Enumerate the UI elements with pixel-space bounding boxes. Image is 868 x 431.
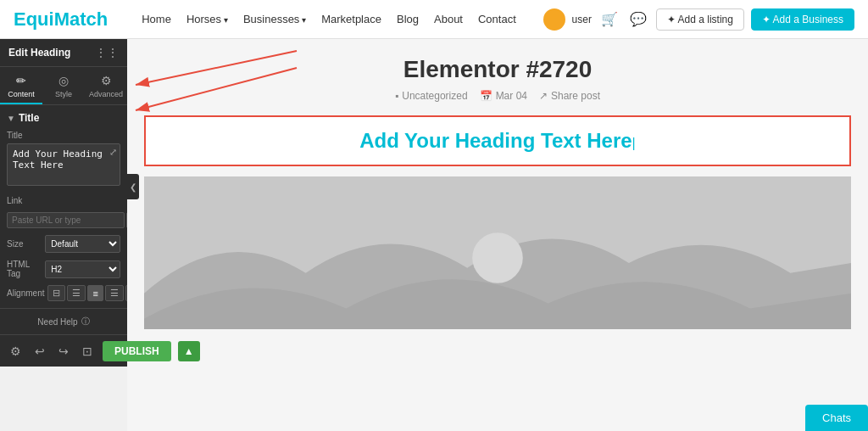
chat-icon[interactable]: 💬 bbox=[627, 8, 649, 31]
nav-home[interactable]: Home bbox=[142, 13, 171, 25]
date-label: Mar 04 bbox=[496, 90, 527, 102]
category-icon: ▪ bbox=[395, 90, 398, 102]
align-responsive-icon[interactable]: ⊟ bbox=[47, 285, 65, 301]
size-field-row: Size Default Small Medium Large XL XXL bbox=[7, 235, 120, 253]
content-tab-icon: ✏ bbox=[16, 74, 26, 87]
placeholder-svg bbox=[144, 176, 851, 329]
panel-body: ▼ Title Title Add Your Heading Text Here… bbox=[0, 105, 127, 308]
meta-date: 📅 Mar 04 bbox=[480, 90, 527, 102]
nav-marketplace[interactable]: Marketplace bbox=[321, 13, 381, 25]
style-tab-icon: ◎ bbox=[58, 74, 69, 87]
alignment-row: Alignment ⊟ ☰ ≡ ☰ ☰ bbox=[7, 285, 120, 301]
style-tab-label: Style bbox=[55, 90, 72, 98]
publish-button[interactable]: PUBLISH bbox=[103, 341, 171, 361]
align-right-icon[interactable]: ☰ bbox=[105, 285, 124, 301]
link-input[interactable] bbox=[7, 212, 125, 228]
meta-share[interactable]: ↗ Share post bbox=[539, 90, 600, 102]
left-panel-outer: Edit Heading ⋮⋮ ✏ Content ◎ Style ⚙ Adva… bbox=[0, 39, 127, 431]
title-section-header[interactable]: ▼ Title bbox=[7, 112, 120, 124]
title-field-label: Title bbox=[7, 131, 120, 140]
share-icon: ↗ bbox=[539, 90, 548, 102]
textarea-expand-icon[interactable]: ⤢ bbox=[109, 147, 117, 158]
main-area: Edit Heading ⋮⋮ ✏ Content ◎ Style ⚙ Adva… bbox=[0, 39, 868, 431]
need-help-label: Need Help bbox=[37, 317, 77, 327]
nav-horses[interactable]: Horses bbox=[186, 13, 228, 25]
responsive-icon[interactable]: ⊡ bbox=[79, 343, 96, 360]
panel-title: Edit Heading bbox=[8, 47, 70, 59]
publish-arrow-button[interactable]: ▲ bbox=[178, 341, 200, 361]
help-circle-icon: ⓘ bbox=[81, 316, 90, 327]
html-tag-label: HTML Tag bbox=[7, 260, 42, 278]
calendar-icon: 📅 bbox=[480, 90, 492, 102]
size-select[interactable]: Default Small Medium Large XL XXL bbox=[45, 235, 120, 253]
html-tag-field-row: HTML Tag H1 H2 H3 H4 H5 H6 bbox=[7, 260, 120, 278]
heading-text: Add Your Heading Text Here bbox=[359, 129, 632, 152]
meta-category: ▪ Uncategorized bbox=[395, 90, 468, 102]
logo-equi: Equi bbox=[14, 8, 54, 30]
nav-blog[interactable]: Blog bbox=[397, 13, 419, 25]
tab-advanced[interactable]: ⚙ Advanced bbox=[85, 67, 127, 104]
logo-match: Match bbox=[54, 8, 108, 30]
section-title: Title bbox=[19, 112, 39, 124]
page-title: Elementor #2720 bbox=[144, 56, 851, 83]
panel-tabs: ✏ Content ◎ Style ⚙ Advanced bbox=[0, 67, 127, 105]
add-business-button[interactable]: ✦ Add a Business bbox=[751, 8, 854, 31]
image-placeholder bbox=[144, 176, 851, 329]
nav-businesses[interactable]: Businesses bbox=[243, 13, 306, 25]
alignment-label: Alignment bbox=[7, 288, 44, 298]
left-panel: Edit Heading ⋮⋮ ✏ Content ◎ Style ⚙ Adva… bbox=[0, 39, 127, 334]
page-meta: ▪ Uncategorized 📅 Mar 04 ↗ Share post bbox=[144, 90, 851, 102]
link-settings-icon[interactable]: ⚙ bbox=[126, 212, 127, 228]
page-content: Elementor #2720 ▪ Uncategorized 📅 Mar 04… bbox=[127, 39, 868, 329]
section-arrow-icon: ▼ bbox=[7, 114, 15, 123]
align-left-icon[interactable]: ☰ bbox=[67, 285, 86, 301]
advanced-tab-label: Advanced bbox=[89, 90, 123, 98]
align-justify-icon[interactable]: ☰ bbox=[125, 285, 127, 301]
html-tag-select[interactable]: H1 H2 H3 H4 H5 H6 bbox=[45, 260, 120, 278]
site-logo[interactable]: EquiMatch bbox=[14, 8, 108, 31]
user-label[interactable]: user bbox=[572, 14, 592, 25]
category-label: Uncategorized bbox=[402, 90, 467, 102]
undo-icon[interactable]: ↩ bbox=[31, 343, 48, 360]
heading-element[interactable]: Add Your Heading Text Here| bbox=[144, 115, 851, 166]
cursor: | bbox=[632, 136, 636, 151]
panel-header: Edit Heading ⋮⋮ bbox=[0, 39, 127, 67]
settings-icon[interactable]: ⚙ bbox=[7, 343, 25, 360]
need-help-footer[interactable]: Need Help ⓘ bbox=[0, 308, 127, 334]
cart-icon[interactable]: 🛒 bbox=[598, 8, 620, 31]
chats-button[interactable]: Chats bbox=[805, 405, 868, 431]
align-center-icon[interactable]: ≡ bbox=[87, 285, 103, 301]
nav-actions: user 🛒 💬 ✦ Add a listing ✦ Add a Busines… bbox=[543, 8, 854, 31]
tab-content[interactable]: ✏ Content bbox=[0, 67, 42, 104]
nav-about[interactable]: About bbox=[434, 13, 463, 25]
size-label: Size bbox=[7, 239, 42, 249]
bottom-toolbar: ⚙ ↩ ↪ ⊡ PUBLISH ▲ bbox=[0, 334, 127, 367]
nav-links: Home Horses Businesses Marketplace Blog … bbox=[142, 13, 542, 25]
link-field-label: Link bbox=[7, 196, 120, 205]
link-row: ⚙ ✕ bbox=[7, 212, 120, 228]
content-area: Elementor #2720 ▪ Uncategorized 📅 Mar 04… bbox=[127, 39, 868, 431]
top-navigation: EquiMatch Home Horses Businesses Marketp… bbox=[0, 0, 868, 39]
add-listing-button[interactable]: ✦ Add a listing bbox=[656, 8, 744, 31]
title-textarea[interactable]: Add Your Heading Text Here bbox=[7, 143, 120, 186]
alignment-options: ⊟ ☰ ≡ ☰ ☰ bbox=[47, 285, 127, 301]
share-label: Share post bbox=[551, 90, 600, 102]
redo-icon[interactable]: ↪ bbox=[55, 343, 72, 360]
title-textarea-wrapper: Add Your Heading Text Here ⤢ bbox=[7, 143, 120, 189]
advanced-tab-icon: ⚙ bbox=[101, 74, 112, 87]
panel-menu-icon[interactable]: ⋮⋮ bbox=[95, 46, 119, 59]
tab-style[interactable]: ◎ Style bbox=[42, 67, 85, 104]
user-avatar[interactable] bbox=[543, 8, 565, 31]
content-tab-label: Content bbox=[8, 90, 35, 98]
nav-contact[interactable]: Contact bbox=[478, 13, 516, 25]
panel-collapse-handle[interactable]: ❮ bbox=[127, 174, 139, 199]
svg-point-4 bbox=[472, 232, 523, 283]
